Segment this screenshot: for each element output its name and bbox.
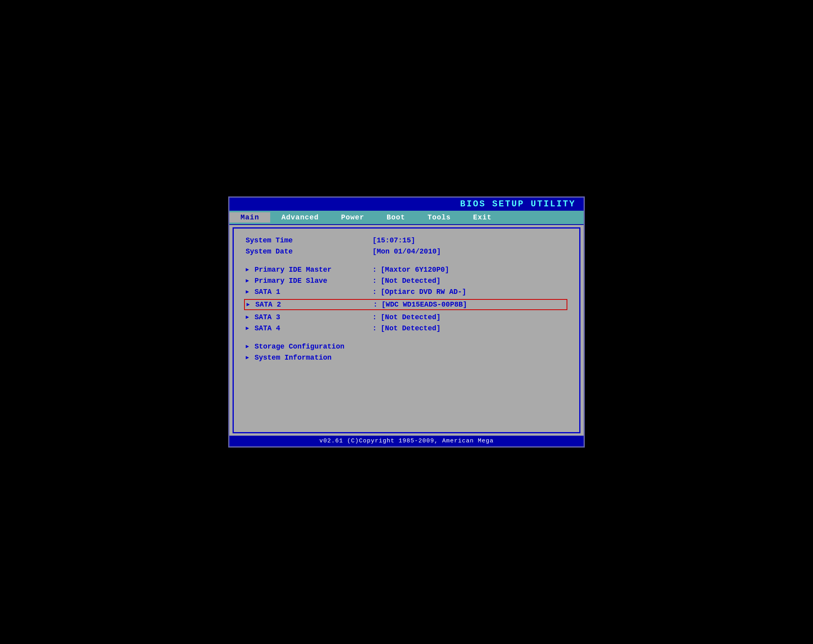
menu-item-power[interactable]: Power (330, 212, 376, 223)
arrow-icon: ► (246, 267, 249, 273)
system-info-label: System Information (254, 354, 331, 362)
system-date-row: System Date [Mon 01/04/2010] (246, 248, 567, 255)
system-time-row: System Time [15:07:15] (246, 236, 567, 244)
sata4-label: ► SATA 4 (246, 324, 372, 332)
arrow-icon: ► (246, 301, 250, 308)
arrow-icon: ► (246, 314, 249, 320)
storage-config-row[interactable]: ► Storage Configuration (246, 343, 567, 351)
menu-item-tools[interactable]: Tools (416, 212, 462, 223)
arrow-icon: ► (246, 289, 249, 295)
sata1-label: ► SATA 1 (246, 288, 372, 296)
sata4-row[interactable]: ► SATA 4 : [Not Detected] (246, 324, 567, 332)
system-info-row[interactable]: ► System Information (246, 354, 567, 362)
arrow-icon: ► (246, 343, 249, 350)
system-date-label: System Date (246, 248, 372, 255)
sata2-value: [WDC WD15EADS-00P8B] (382, 301, 467, 309)
menu-item-exit[interactable]: Exit (462, 212, 503, 223)
system-date-value[interactable]: [Mon 01/04/2010] (372, 248, 441, 255)
menu-item-boot[interactable]: Boot (376, 212, 416, 223)
title-bar: BIOS SETUP UTILITY (229, 198, 584, 211)
footer-text: v02.61 (C)Copyright 1985-2009, American … (319, 438, 494, 444)
sata2-label: ► SATA 2 (246, 301, 373, 309)
content-area: System Time [15:07:15] System Date [Mon … (233, 227, 580, 433)
arrow-icon: ► (246, 325, 249, 332)
system-time-value[interactable]: [15:07:15] (372, 236, 415, 244)
arrow-icon: ► (246, 278, 249, 284)
system-time-label: System Time (246, 236, 372, 244)
primary-ide-master-label: ► Primary IDE Master (246, 266, 372, 274)
sata1-value: [Optiarc DVD RW AD-] (381, 288, 466, 296)
sata3-row[interactable]: ► SATA 3 : [Not Detected] (246, 313, 567, 321)
title-text: BIOS SETUP UTILITY (460, 199, 576, 209)
primary-ide-slave-value: [Not Detected] (381, 277, 441, 285)
primary-ide-slave-label: ► Primary IDE Slave (246, 277, 372, 285)
menu-item-main[interactable]: Main (229, 212, 270, 223)
menu-item-advanced[interactable]: Advanced (270, 212, 330, 223)
primary-ide-master-row[interactable]: ► Primary IDE Master : [Maxtor 6Y120P0] (246, 266, 567, 274)
primary-ide-slave-row[interactable]: ► Primary IDE Slave : [Not Detected] (246, 277, 567, 285)
sata3-label: ► SATA 3 (246, 313, 372, 321)
bios-screen: BIOS SETUP UTILITY Main Advanced Power B… (228, 196, 585, 448)
sata1-row[interactable]: ► SATA 1 : [Optiarc DVD RW AD-] (246, 288, 567, 296)
primary-ide-master-value: [Maxtor 6Y120P0] (381, 266, 449, 274)
arrow-icon: ► (246, 354, 249, 361)
sata4-value: [Not Detected] (381, 324, 441, 332)
storage-config-label: Storage Configuration (254, 343, 344, 351)
footer-bar: v02.61 (C)Copyright 1985-2009, American … (229, 436, 584, 446)
sata3-value: [Not Detected] (381, 313, 441, 321)
sata2-row[interactable]: ► SATA 2 : [WDC WD15EADS-00P8B] (244, 299, 567, 310)
menu-bar: Main Advanced Power Boot Tools Exit (229, 211, 584, 225)
